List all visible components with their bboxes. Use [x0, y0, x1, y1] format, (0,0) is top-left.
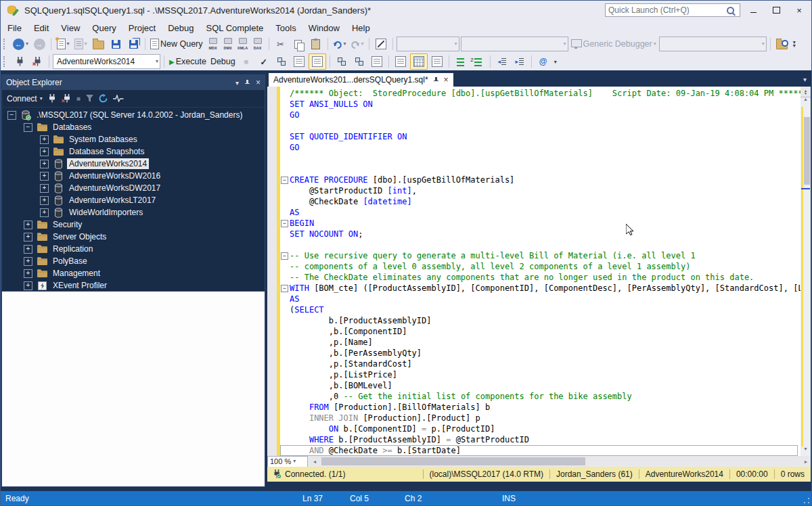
expand-icon[interactable]: +	[24, 257, 32, 266]
actual-plan-button[interactable]	[351, 54, 367, 69]
navigate-backward-button[interactable]: ← ▾	[12, 37, 30, 51]
quick-launch-input[interactable]	[606, 5, 727, 15]
intellisense-enabled-button[interactable]	[309, 53, 326, 70]
code-line[interactable]: ON b.[ComponentID] = p.[ProductID]	[280, 423, 798, 434]
fold-collapse-icon[interactable]: −	[281, 177, 288, 184]
pin-icon[interactable]	[433, 76, 439, 84]
connect-dropdown[interactable]: Connect ▾	[7, 94, 43, 104]
code-line[interactable]: SET NOCOUNT ON;	[280, 229, 798, 239]
increase-indent-button[interactable]: ▸	[512, 54, 528, 69]
cut-button[interactable]: ✂	[273, 37, 289, 51]
decrease-indent-button[interactable]: ◂	[494, 54, 510, 69]
expand-icon[interactable]: +	[40, 196, 49, 205]
toolbar-grip[interactable]	[3, 39, 8, 49]
tree-item-system-databases[interactable]: +System Databases	[2, 133, 265, 145]
scroll-right-icon[interactable]: ►	[801, 459, 811, 464]
tree-item-security[interactable]: +Security	[2, 218, 265, 231]
expand-icon[interactable]: +	[40, 147, 49, 156]
paste-button[interactable]	[308, 37, 324, 51]
code-line[interactable]: GO	[280, 110, 798, 120]
tree-item-management[interactable]: +Management	[2, 267, 265, 279]
code-line[interactable]: ,p.[Name]	[280, 337, 798, 348]
maximize-button[interactable]	[765, 0, 788, 20]
toolbar-combo-3[interactable]: ▾	[659, 37, 767, 51]
code-line[interactable]: −CREATE PROCEDURE [dbo].[uspGetBillOfMat…	[280, 175, 798, 185]
tree-item-adventureworksdw2017[interactable]: +AdventureWorksDW2017	[2, 182, 265, 194]
fold-collapse-icon[interactable]: −	[281, 285, 288, 292]
tree-item-databases[interactable]: −Databases	[2, 121, 265, 133]
document-tab[interactable]: AdventureWorks201...dersSQLQuery1.sql* ×	[269, 73, 453, 87]
tree-item-wideworldimporters[interactable]: +WideWorldImporters	[2, 206, 265, 218]
code-line[interactable]: (SELECT	[280, 304, 798, 315]
client-statistics-button[interactable]	[369, 54, 385, 69]
code-line[interactable]: ,p.[StandardCost]	[280, 359, 798, 369]
code-line[interactable]: ,b.[ComponentID]	[280, 326, 798, 337]
expand-icon[interactable]: +	[24, 245, 32, 254]
scroll-down-icon[interactable]: ▼	[800, 446, 811, 456]
generic-debugger-button[interactable]: Generic Debugger ▾	[570, 37, 658, 51]
change-connection-button[interactable]	[29, 54, 45, 69]
live-query-stats-button[interactable]	[291, 54, 307, 69]
fold-collapse-icon[interactable]: −	[281, 252, 288, 260]
new-xmla-query-button[interactable]: XMLA	[235, 36, 250, 52]
tree-item-xevent-profiler[interactable]: +XEvent Profiler	[2, 279, 265, 292]
connect-plug-icon[interactable]	[48, 94, 56, 103]
code-line[interactable]: SET ANSI_NULLS ON	[280, 99, 798, 110]
results-to-file-button[interactable]	[429, 54, 445, 69]
code-line[interactable]: ,b.[PerAssemblyQty]	[280, 348, 798, 359]
code-line[interactable]: ,p.[ListPrice]	[280, 369, 798, 380]
menu-item-query[interactable]: Query	[86, 21, 122, 35]
tree-item-polybase[interactable]: +PolyBase	[2, 255, 265, 267]
code-line[interactable]: /****** Object: StoredProcedure [dbo].[u…	[280, 88, 798, 99]
toolbar-combo-1[interactable]: ▾	[397, 37, 459, 51]
redo-button[interactable]: ▾	[349, 37, 365, 51]
expand-icon[interactable]: +	[24, 281, 32, 290]
collapse-icon[interactable]: −	[7, 111, 16, 120]
stop-button[interactable]: ■	[238, 54, 254, 69]
query-edit-button[interactable]	[373, 37, 389, 51]
menu-item-project[interactable]: Project	[122, 21, 162, 35]
code-line[interactable]: AS	[280, 294, 798, 304]
database-combobox[interactable]: AdventureWorks2014 ▾	[53, 54, 160, 69]
menu-item-debug[interactable]: Debug	[162, 21, 200, 35]
code-line[interactable]: GO	[280, 142, 798, 153]
results-to-text-button[interactable]	[392, 54, 409, 69]
horizontal-scrollbar[interactable]	[319, 456, 801, 467]
filter-icon[interactable]	[86, 95, 93, 102]
tree-item-mssql2017-sql-server-14-0-2002-jordan-sanders[interactable]: −.\MSSQL2017 (SQL Server 14.0.2002 - Jor…	[2, 109, 265, 121]
copy-button[interactable]	[290, 37, 307, 51]
estimated-plan-button[interactable]	[273, 54, 290, 69]
code-line[interactable]	[280, 239, 798, 250]
close-icon[interactable]: ×	[444, 76, 449, 84]
new-dax-query-button[interactable]: DAX	[250, 36, 265, 52]
menu-item-edit[interactable]: Edit	[28, 21, 55, 35]
menu-item-view[interactable]: View	[55, 21, 86, 35]
stop-icon[interactable]: ■	[76, 95, 81, 102]
toolbar-overflow-button[interactable]: ▾	[554, 60, 557, 64]
scrollbar-thumb[interactable]	[804, 117, 810, 185]
execute-button[interactable]: ▶ Execute	[168, 54, 208, 69]
tree-item-adventureworkslt2017[interactable]: +AdventureWorksLT2017	[2, 194, 265, 206]
save-button[interactable]	[108, 37, 124, 51]
code-line[interactable]	[280, 153, 798, 164]
minimize-button[interactable]	[742, 0, 765, 20]
expand-icon[interactable]: +	[40, 172, 49, 181]
comment-selection-button[interactable]	[453, 54, 469, 69]
code-line[interactable]: ,b.[BOMLevel]	[280, 380, 798, 391]
object-explorer-header[interactable]: Object Explorer ▾ ×	[2, 75, 265, 90]
tree-item-adventureworksdw2016[interactable]: +AdventureWorksDW2016	[2, 170, 265, 182]
expand-icon[interactable]: +	[40, 208, 49, 217]
code-line[interactable]: b.[ProductAssemblyID]	[280, 315, 798, 326]
toolbar-overflow-button[interactable]: ▾ ▾	[793, 41, 796, 47]
debug-button[interactable]: Debug	[209, 54, 237, 69]
scroll-left-icon[interactable]: ◄	[310, 459, 319, 464]
new-file-button[interactable]: ▾	[55, 37, 71, 51]
new-query-button[interactable]: New Query	[149, 37, 204, 51]
scrollbar-thumb[interactable]	[321, 457, 585, 465]
resize-grip[interactable]	[803, 497, 810, 504]
uncomment-selection-button[interactable]	[470, 54, 487, 69]
code-line[interactable]: −WITH [BOM_cte] ([ProductAssemblyID], [C…	[280, 283, 798, 294]
pin-icon[interactable]	[244, 79, 250, 87]
code-line[interactable]: INNER JOIN [Production].[Product] p	[280, 413, 798, 423]
expand-icon[interactable]: +	[24, 221, 32, 229]
